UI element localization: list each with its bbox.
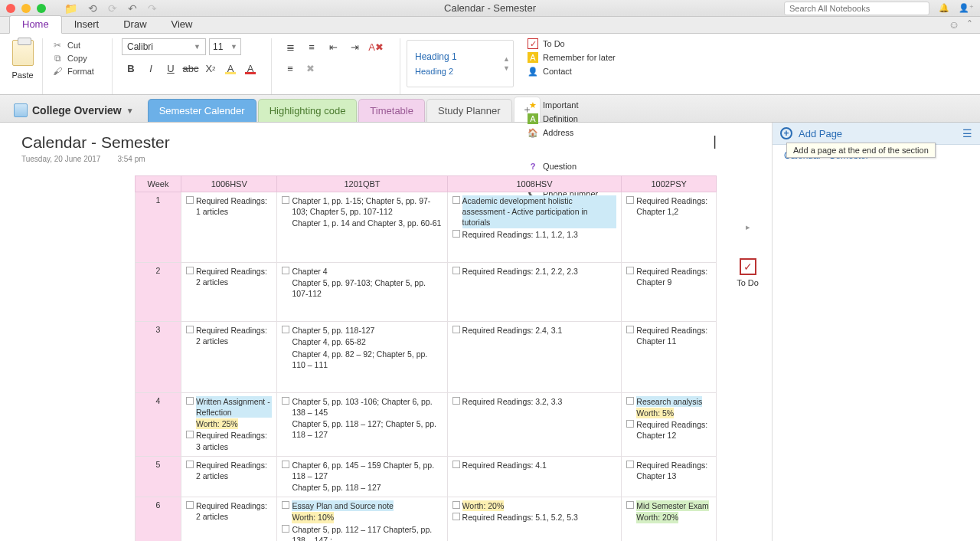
todo-checkbox[interactable] [186, 196, 194, 204]
table-cell[interactable]: Chapter 5, pp. 118-127Chapter 4, pp. 65-… [277, 322, 447, 393]
table-cell[interactable]: Required Readings: 2 articles [181, 322, 277, 393]
redo-icon[interactable]: ↷ [148, 2, 157, 15]
tag-important[interactable]: ★Important [528, 100, 968, 110]
table-cell[interactable]: Essay Plan and Source noteWorth: 10%Chap… [277, 497, 447, 541]
tab-home[interactable]: Home [9, 15, 62, 34]
collapse-ribbon-icon[interactable]: ˄ [967, 18, 972, 31]
italic-button[interactable]: I [142, 60, 160, 77]
style-down-icon[interactable]: ▼ [503, 64, 510, 72]
tag-contact[interactable]: 👤Contact [528, 66, 968, 77]
todo-checkbox[interactable] [626, 267, 634, 274]
strike-button[interactable]: abc [181, 60, 200, 77]
table-cell[interactable]: Required Readings: 3.2, 3.3 [447, 392, 622, 456]
section-tab[interactable]: Highlighting code [258, 99, 358, 122]
todo-checkbox[interactable] [626, 397, 634, 405]
section-tab[interactable]: Study Planner [426, 99, 512, 122]
tag-remember[interactable]: ARemember for later [528, 52, 968, 63]
todo-checkbox[interactable] [186, 397, 194, 405]
todo-checkbox[interactable] [452, 267, 460, 274]
table-cell[interactable]: Worth: 20%Required Readings: 5.1, 5.2, 5… [447, 497, 622, 541]
clear-format-button[interactable]: A✖ [367, 38, 385, 55]
table-cell[interactable]: Research analysisWorth: 5%Required Readi… [622, 392, 717, 456]
table-cell[interactable]: Required Readings: 2.1, 2.2, 2.3 [447, 262, 622, 322]
tab-draw[interactable]: Draw [111, 16, 158, 33]
todo-checkbox[interactable] [452, 461, 460, 468]
table-cell[interactable]: Chapter 6, pp. 145 – 159 Chapter 5, pp. … [277, 456, 447, 497]
outdent-button[interactable]: ⇤ [324, 38, 342, 55]
subscript-button[interactable]: X2 [201, 60, 220, 77]
folder-icon[interactable]: 📁 [64, 2, 77, 15]
table-cell[interactable]: Written Assignment - ReflectionWorth: 25… [181, 392, 277, 456]
todo-checkbox[interactable] [626, 501, 634, 509]
paste-button[interactable]: Paste [11, 70, 33, 80]
table-cell[interactable]: Required Readings: Chapter 1,2 [622, 192, 717, 263]
todo-checkbox[interactable] [282, 397, 289, 405]
todo-checkbox[interactable] [452, 397, 460, 405]
todo-checkbox[interactable] [282, 525, 289, 533]
minimize-window-button[interactable] [21, 4, 31, 13]
todo-checkbox[interactable] [452, 513, 460, 520]
notifications-icon[interactable]: 🔔 [939, 3, 949, 13]
todo-checkbox[interactable] [282, 501, 289, 509]
font-color-button[interactable]: A [241, 60, 260, 77]
calendar-table[interactable]: Week1006HSV1201QBT1008HSV1002PSY1Require… [135, 175, 717, 541]
todo-checkbox[interactable] [186, 267, 194, 274]
todo-checkbox[interactable] [626, 326, 634, 333]
todo-checkbox[interactable] [186, 461, 194, 468]
todo-checkbox[interactable] [186, 501, 194, 509]
tab-view[interactable]: View [159, 16, 205, 33]
style-heading1[interactable]: Heading 1 [415, 51, 495, 62]
back-icon[interactable]: ⟲ [88, 2, 97, 15]
forward-icon[interactable]: ⟳ [108, 2, 117, 15]
align-button[interactable]: ≡ [281, 60, 299, 77]
cut-button[interactable]: ✂Cut [52, 40, 106, 51]
font-name-select[interactable]: Calibri▼ [122, 38, 206, 55]
tag-todo[interactable]: ✓To Do [528, 38, 968, 49]
table-cell[interactable]: Required Readings: 2.4, 3.1 [447, 322, 622, 393]
table-cell[interactable]: Required Readings: 2 articles [181, 497, 277, 541]
underline-button[interactable]: U [162, 60, 180, 77]
share-icon[interactable]: 👤⁺ [959, 3, 974, 13]
search-input[interactable] [784, 2, 929, 15]
delete-button[interactable]: ✖ [301, 60, 319, 77]
bold-button[interactable]: B [122, 60, 140, 77]
table-cell[interactable]: Required Readings: Chapter 13 [622, 456, 717, 497]
todo-checkbox[interactable] [186, 431, 194, 438]
zoom-window-button[interactable] [37, 4, 46, 13]
format-button[interactable]: 🖌Format [52, 66, 106, 77]
table-cell[interactable]: Required Readings: 2 articles [181, 262, 277, 322]
clipboard-icon[interactable] [12, 40, 34, 66]
table-cell[interactable]: Required Readings: Chapter 11 [622, 322, 717, 393]
add-page-button[interactable]: + Add Page ☰ Add a page at the end of th… [773, 123, 980, 145]
sort-icon[interactable]: ☰ [962, 127, 972, 139]
table-cell[interactable]: Required Readings: 4.1 [447, 456, 622, 497]
todo-checkbox[interactable] [282, 461, 289, 468]
styles-gallery[interactable]: Heading 1 Heading 2 ▲▼ [407, 40, 514, 87]
todo-checkbox[interactable] [626, 420, 634, 428]
todo-checkbox[interactable] [452, 501, 460, 509]
copy-button[interactable]: ⧉Copy [52, 53, 106, 64]
page-title[interactable]: Calendar - Semester [21, 133, 170, 152]
table-cell[interactable]: Required Readings: 2 articles [181, 456, 277, 497]
emoji-icon[interactable]: ☺ [949, 18, 959, 31]
section-tab[interactable]: Timetable [358, 99, 425, 122]
tab-insert[interactable]: Insert [62, 16, 112, 33]
todo-checkbox[interactable] [282, 196, 289, 204]
todo-checkbox[interactable] [626, 196, 634, 204]
table-cell[interactable]: Mid Semester ExamWorth: 20% [622, 497, 717, 541]
table-cell[interactable]: Required Readings: Chapter 9 [622, 262, 717, 322]
table-cell[interactable]: Required Readings: 1 articles [181, 192, 277, 263]
table-cell[interactable]: Chapter 4Chapter 5, pp. 97-103; Chapter … [277, 262, 447, 322]
numbering-button[interactable]: ≡ [302, 38, 321, 55]
table-cell[interactable]: Chapter 5, pp. 103 -106; Chapter 6, pp. … [277, 392, 447, 456]
table-cell[interactable]: Chapter 1, pp. 1-15; Chapter 5, pp. 97-1… [277, 192, 447, 263]
indent-button[interactable]: ⇥ [345, 38, 364, 55]
table-cell[interactable]: Academic development holistic assessment… [447, 192, 622, 263]
undo-icon[interactable]: ↶ [128, 2, 137, 15]
todo-checkbox[interactable] [626, 461, 634, 468]
close-window-button[interactable] [6, 4, 15, 13]
todo-checkbox[interactable] [452, 196, 460, 204]
section-tab[interactable]: Semester Calender [148, 99, 256, 122]
todo-checkbox[interactable] [452, 326, 460, 333]
page-canvas[interactable]: Calendar - Semester Tuesday, 20 June 201… [0, 123, 772, 541]
